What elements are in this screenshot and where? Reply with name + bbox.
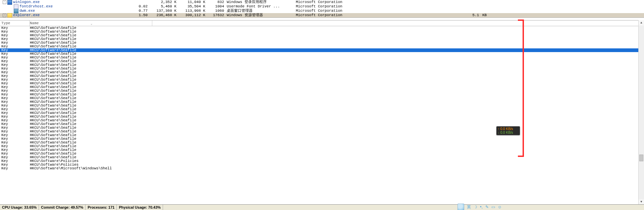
handle-type: Key (0, 167, 30, 170)
handle-row[interactable]: KeyHKCU\Software\Seafile (0, 119, 639, 122)
handle-row[interactable]: KeyHKCU\Software\Seafile (0, 122, 639, 126)
net-upload-value: 0.0 KB/s (500, 127, 513, 131)
handle-row[interactable]: KeyHKCU\Software\Seafile (0, 115, 639, 119)
handle-row[interactable]: KeyHKCU\Software\Seafile (0, 133, 639, 137)
ime-tray[interactable]: 英 ☽ •, ✎ ▭ ☺ (458, 204, 503, 210)
process-tree-row[interactable]: -winlogon.exe (0, 0, 134, 4)
company-cell: Microsoft Corporation (296, 9, 365, 13)
description-cell: Windows 登录应用程序 (225, 0, 296, 4)
description-cell: 桌面窗口管理器 (225, 9, 296, 13)
pid-cell: 832 (207, 0, 225, 4)
io-unit-cell (481, 0, 494, 4)
ime-language[interactable]: 英 (467, 204, 471, 210)
working-set-cell: 113,908 K (178, 9, 207, 13)
description-cell: Usermode Font Driver ... (225, 4, 296, 9)
io-unit-cell: KB (481, 13, 494, 17)
handle-row[interactable]: KeyHKCU\Software\Seafile (0, 78, 639, 82)
handle-row[interactable]: KeyHKCU\Software\Seafile (0, 67, 639, 71)
handle-row[interactable]: KeyHKCU\Software\Seafile (0, 144, 639, 148)
process-metrics-row[interactable]: 0.77137,360 K113,908 K1060桌面窗口管理器Microso… (134, 9, 644, 13)
handle-row[interactable]: KeyHKCU\Software\Seafile (0, 59, 639, 63)
process-tree-row[interactable]: fontdrvhost.exe (0, 4, 134, 9)
handle-row[interactable]: KeyHKCU\Software\Seafile (0, 108, 639, 111)
process-name: winlogon.exe (13, 0, 40, 4)
handle-row[interactable]: KeyHKCU\Software\Seafile (0, 71, 639, 74)
column-header-type[interactable]: Type (0, 20, 30, 26)
handle-row[interactable]: KeyHKCU\Software\Seafile (0, 89, 639, 93)
handle-row[interactable]: KeyHKCU\Software\Seafile (0, 45, 639, 48)
handle-row[interactable]: KeyHKCU\Software\Seafile (0, 37, 639, 41)
pid-cell: 1004 (207, 4, 225, 9)
net-download-value: 0.0 KB/s (500, 131, 513, 134)
process-name: explorer.exe (13, 13, 40, 17)
handle-row[interactable]: KeyHKCU\Software\Seafile (0, 85, 639, 89)
process-tree: -winlogon.exefontdrvhost.exedwm.exe-expl… (0, 0, 134, 17)
handle-row[interactable]: KeyHKCU\Software\Seafile (0, 56, 639, 59)
handle-row[interactable]: KeyHKCU\Software\Microsoft\Windows\Shell (0, 167, 639, 170)
handle-row[interactable]: KeyHKCU\Software\Seafile (0, 41, 639, 45)
handle-row[interactable]: KeyHKCU\Software\Seafile (0, 100, 639, 104)
down-arrow-icon: ↓ (498, 131, 499, 134)
handle-row[interactable]: KeyHKCU\Software\Seafile (0, 148, 639, 152)
handle-row[interactable]: KeyHKCU\Software\Seafile (0, 96, 639, 100)
status-physical: Physical Usage: 70.43% (117, 205, 163, 210)
private-bytes-cell: 137,360 K (150, 9, 178, 13)
penguin-avatar-icon[interactable] (458, 204, 464, 210)
status-bar: CPU Usage: 33.65% Commit Charge: 49.57% … (0, 204, 644, 210)
process-metrics-row[interactable]: 0.025,460 K35,504 K1004Usermode Font Dri… (134, 4, 644, 9)
process-metrics-row[interactable]: 1.50236,468 K300,112 K17632Windows 资源管理器… (134, 13, 644, 17)
moon-icon[interactable]: ☽ (474, 205, 477, 209)
handle-row[interactable]: KeyHKCU\Software\Seafile (0, 141, 639, 144)
io-rate-cell (365, 0, 481, 4)
winlogon-icon (7, 0, 12, 5)
handle-row[interactable]: KeyHKCU\Software\Seafile (0, 152, 639, 156)
handle-row[interactable]: KeyHKCU\Software\Seafile (0, 137, 639, 141)
handle-row[interactable]: KeyHKCU\Software\Seafile (0, 82, 639, 85)
handle-row[interactable]: KeyHKCU\Software\Seafile (0, 26, 639, 30)
handle-row[interactable]: KeyHKCU\Software\Seafile (0, 63, 639, 67)
keyboard-icon[interactable]: ▭ (491, 205, 495, 209)
working-set-cell: 35,504 K (178, 4, 207, 9)
handle-row[interactable]: KeyHKCU\Software\Seafile (0, 156, 639, 159)
description-cell: Windows 资源管理器 (225, 13, 296, 17)
scroll-thumb[interactable] (639, 155, 643, 161)
network-monitor[interactable]: ↑ 0.0 KB/s ↓ 0.0 KB/s (496, 126, 520, 135)
handle-row[interactable]: KeyHKCU\Software\Seafile (0, 30, 639, 34)
working-set-cell: 300,112 K (178, 13, 207, 17)
process-tree-row[interactable]: dwm.exe (0, 9, 134, 13)
working-set-cell: 11,040 K (178, 0, 207, 4)
handle-row[interactable]: KeyHKCU\Software\Seafile (0, 111, 639, 115)
up-arrow-icon: ↑ (498, 127, 499, 131)
handle-row[interactable]: KeyHKCU\Software\Seafile (0, 52, 639, 56)
handle-row[interactable]: KeyHKCU\Software\Seafile (0, 48, 639, 52)
process-metrics-row[interactable]: 2,352 K11,040 K832Windows 登录应用程序Microsof… (134, 0, 644, 4)
tool-icon[interactable]: ✎ (485, 205, 489, 209)
net-upload: ↑ 0.0 KB/s (498, 127, 519, 131)
process-tree-row[interactable]: -explorer.exe (0, 13, 134, 17)
handle-row[interactable]: KeyHKCU\Software\Seafile (0, 34, 639, 37)
company-cell: Microsoft Corporation (296, 4, 365, 9)
io-unit-cell (481, 4, 494, 9)
handle-row[interactable]: KeyHKCU\Software\Seafile (0, 104, 639, 108)
smile-icon[interactable]: ☺ (498, 205, 502, 209)
handle-row[interactable]: KeyHKCU\Software\Seafile (0, 130, 639, 133)
tree-collapse-icon[interactable]: - (3, 0, 6, 4)
scroll-down-button[interactable]: ▼ (639, 199, 644, 205)
io-rate-cell (365, 4, 481, 9)
explorer-icon (7, 13, 12, 18)
vertical-scrollbar[interactable]: ▲ ▼ (638, 20, 644, 205)
scroll-up-button[interactable]: ▲ (639, 20, 644, 26)
annotation-marker (518, 156, 524, 157)
handles-header: Type Name ⌄ (0, 20, 644, 26)
handle-row[interactable]: KeyHKCU\Software\Policies (0, 159, 639, 163)
punctuation-icon[interactable]: •, (480, 205, 483, 209)
tree-collapse-icon[interactable]: - (3, 13, 6, 17)
cpu-cell (134, 0, 150, 4)
handle-row[interactable]: KeyHKCU\Software\Seafile (0, 126, 639, 130)
private-bytes-cell: 236,468 K (150, 13, 178, 17)
handle-row[interactable]: KeyHKCU\Software\Seafile (0, 74, 639, 78)
handle-row[interactable]: KeyHKCU\Software\Seafile (0, 93, 639, 96)
net-download: ↓ 0.0 KB/s (498, 131, 519, 134)
handles-list[interactable]: KeyHKCU\Software\SeafileKeyHKCU\Software… (0, 26, 639, 205)
io-rate-cell: 5.1 (365, 13, 481, 17)
